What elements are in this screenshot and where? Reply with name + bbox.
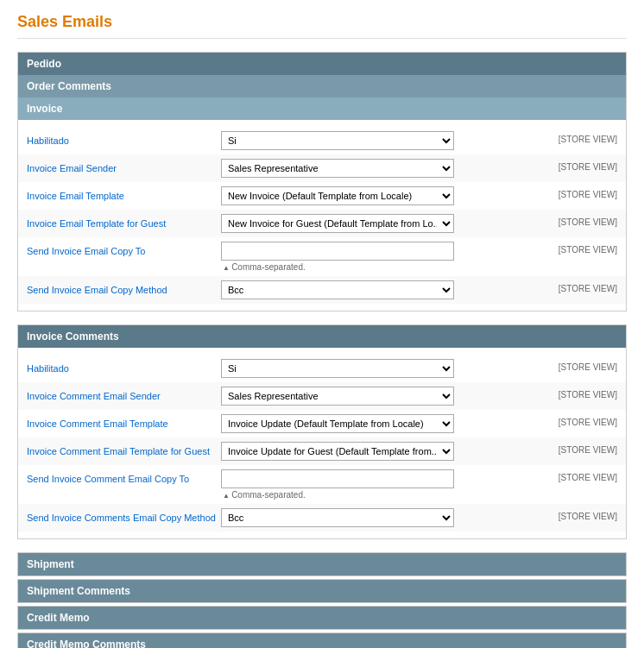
ic-email-template-guest-row: Invoice Comment Email Template for Guest… bbox=[18, 437, 626, 465]
ic-email-sender-store-view[interactable]: [STORE VIEW] bbox=[552, 387, 617, 399]
ic-email-sender-value: Sales Representative General Contact bbox=[217, 387, 552, 406]
pedido-header[interactable]: Pedido bbox=[18, 53, 626, 75]
send-ic-email-copy-to-row: Send Invoice Comment Email Copy To Comma… bbox=[18, 465, 626, 504]
ic-habilitado-select[interactable]: Si No bbox=[221, 359, 454, 378]
credit-memo-header[interactable]: Credit Memo bbox=[18, 607, 626, 629]
invoice-email-template-value: New Invoice (Default Template from Local… bbox=[217, 186, 552, 205]
send-invoice-email-copy-to-store-view[interactable]: [STORE VIEW] bbox=[552, 242, 617, 255]
send-invoice-email-copy-to-input[interactable] bbox=[221, 242, 454, 261]
send-invoice-email-copy-method-store-view[interactable]: [STORE VIEW] bbox=[552, 280, 617, 293]
ic-habilitado-label: Habilitado bbox=[27, 359, 217, 375]
comma-note-2: Comma-separated. bbox=[221, 490, 552, 500]
ic-habilitado-row: Habilitado Si No [STORE VIEW] bbox=[18, 355, 626, 382]
invoice-email-sender-select[interactable]: Sales Representative General Contact bbox=[221, 159, 454, 178]
invoice-comments-header[interactable]: Invoice Comments bbox=[18, 325, 626, 348]
invoice-email-template-guest-select[interactable]: New Invoice for Guest (Default Template … bbox=[221, 214, 454, 233]
invoice-email-template-row: Invoice Email Template New Invoice (Defa… bbox=[18, 182, 626, 210]
invoice-email-sender-value: Sales Representative General Contact bbox=[217, 159, 552, 178]
invoice-email-template-select[interactable]: New Invoice (Default Template from Local… bbox=[221, 186, 454, 205]
send-invoice-email-copy-method-label: Send Invoice Email Copy Method bbox=[27, 280, 217, 297]
ic-email-sender-select[interactable]: Sales Representative General Contact bbox=[221, 387, 454, 406]
invoice-email-sender-row: Invoice Email Sender Sales Representativ… bbox=[18, 154, 626, 182]
ic-email-template-select[interactable]: Invoice Update (Default Template from Lo… bbox=[221, 414, 454, 433]
invoice-header[interactable]: Invoice bbox=[18, 98, 626, 120]
invoice-email-template-guest-store-view[interactable]: [STORE VIEW] bbox=[552, 214, 617, 227]
ic-email-sender-row: Invoice Comment Email Sender Sales Repre… bbox=[18, 382, 626, 410]
shipment-header[interactable]: Shipment bbox=[18, 553, 626, 576]
send-invoice-email-copy-to-value: Comma-separated. bbox=[217, 242, 552, 272]
invoice-email-template-label: Invoice Email Template bbox=[27, 186, 217, 203]
send-invoice-email-copy-method-row: Send Invoice Email Copy Method Bcc Separ… bbox=[18, 276, 626, 304]
invoice-email-template-guest-label: Invoice Email Template for Guest bbox=[27, 214, 217, 230]
ic-email-sender-label: Invoice Comment Email Sender bbox=[27, 387, 217, 403]
credit-memo-comments-section: Credit Memo Comments bbox=[17, 632, 627, 648]
send-ic-email-copy-to-label: Send Invoice Comment Email Copy To bbox=[27, 469, 217, 486]
ic-email-template-store-view[interactable]: [STORE VIEW] bbox=[552, 414, 617, 427]
invoice-comments-section: Invoice Comments Habilitado Si No [STORE… bbox=[17, 324, 627, 539]
send-ic-email-copy-method-row: Send Invoice Comments Email Copy Method … bbox=[18, 504, 626, 532]
ic-email-template-guest-label: Invoice Comment Email Template for Guest bbox=[27, 442, 217, 458]
ic-email-template-value: Invoice Update (Default Template from Lo… bbox=[217, 414, 552, 433]
page-title: Sales Emails bbox=[17, 13, 627, 39]
invoice-email-template-store-view[interactable]: [STORE VIEW] bbox=[552, 186, 617, 199]
pedido-section: Pedido Order Comments Invoice Habilitado… bbox=[17, 52, 627, 311]
shipment-comments-header[interactable]: Shipment Comments bbox=[18, 580, 626, 602]
habilitado-store-view[interactable]: [STORE VIEW] bbox=[552, 131, 617, 144]
credit-memo-section: Credit Memo bbox=[17, 606, 627, 630]
ic-habilitado-store-view[interactable]: [STORE VIEW] bbox=[552, 359, 617, 372]
ic-email-template-guest-select[interactable]: Invoice Update for Guest (Default Templa… bbox=[221, 442, 454, 461]
ic-email-template-label: Invoice Comment Email Template bbox=[27, 414, 217, 431]
page-wrapper: Sales Emails Pedido Order Comments Invoi… bbox=[0, 0, 644, 648]
send-ic-email-copy-method-select[interactable]: Bcc Separate Email bbox=[221, 508, 454, 527]
shipment-section: Shipment bbox=[17, 552, 627, 576]
ic-email-template-row: Invoice Comment Email Template Invoice U… bbox=[18, 410, 626, 437]
send-ic-email-copy-method-value: Bcc Separate Email bbox=[217, 508, 552, 527]
send-invoice-email-copy-method-value: Bcc Separate Email bbox=[217, 280, 552, 299]
invoice-email-template-guest-row: Invoice Email Template for Guest New Inv… bbox=[18, 210, 626, 237]
send-ic-email-copy-to-store-view[interactable]: [STORE VIEW] bbox=[552, 469, 617, 482]
send-invoice-email-copy-to-label: Send Invoice Email Copy To bbox=[27, 242, 217, 258]
invoice-fields: Habilitado Si No [STORE VIEW] Invoice Em… bbox=[18, 120, 626, 311]
ic-email-template-guest-store-view[interactable]: [STORE VIEW] bbox=[552, 442, 617, 455]
ic-habilitado-value: Si No bbox=[217, 359, 552, 378]
send-ic-email-copy-to-value: Comma-separated. bbox=[217, 469, 552, 500]
shipment-comments-section: Shipment Comments bbox=[17, 579, 627, 603]
order-comments-header[interactable]: Order Comments bbox=[18, 75, 626, 98]
habilitado-select[interactable]: Si No bbox=[221, 131, 454, 150]
invoice-email-sender-store-view[interactable]: [STORE VIEW] bbox=[552, 159, 617, 172]
send-ic-email-copy-method-store-view[interactable]: [STORE VIEW] bbox=[552, 508, 617, 521]
bottom-sections: Shipment Shipment Comments Credit Memo C… bbox=[17, 552, 627, 648]
send-ic-email-copy-method-label: Send Invoice Comments Email Copy Method bbox=[27, 508, 217, 525]
send-invoice-email-copy-to-row: Send Invoice Email Copy To Comma-separat… bbox=[18, 237, 626, 276]
invoice-comments-fields: Habilitado Si No [STORE VIEW] Invoice Co… bbox=[18, 348, 626, 538]
habilitado-value: Si No bbox=[217, 131, 552, 150]
habilitado-label: Habilitado bbox=[27, 131, 217, 148]
invoice-email-sender-label: Invoice Email Sender bbox=[27, 159, 217, 175]
habilitado-row: Habilitado Si No [STORE VIEW] bbox=[18, 127, 626, 154]
ic-email-template-guest-value: Invoice Update for Guest (Default Templa… bbox=[217, 442, 552, 461]
send-ic-email-copy-to-input[interactable] bbox=[221, 469, 454, 488]
comma-note-1: Comma-separated. bbox=[221, 262, 552, 272]
credit-memo-comments-header[interactable]: Credit Memo Comments bbox=[18, 633, 626, 648]
invoice-email-template-guest-value: New Invoice for Guest (Default Template … bbox=[217, 214, 552, 233]
send-invoice-email-copy-method-select[interactable]: Bcc Separate Email bbox=[221, 280, 454, 299]
